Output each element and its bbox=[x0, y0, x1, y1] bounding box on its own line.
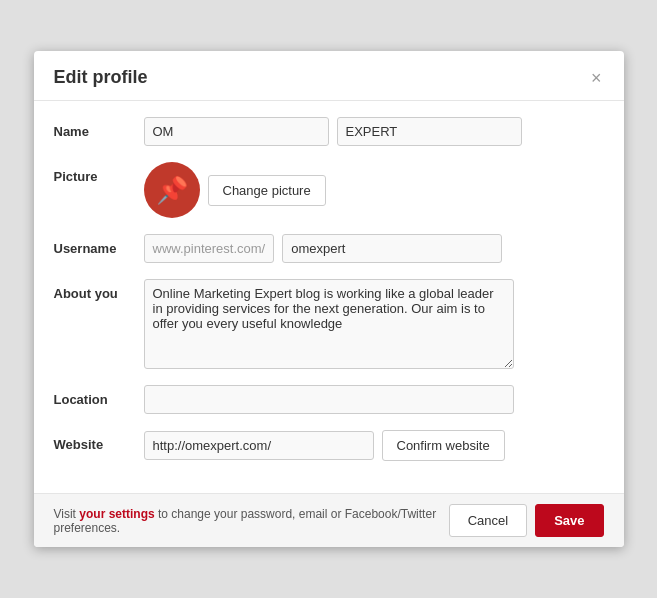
username-label: Username bbox=[54, 234, 144, 256]
save-button[interactable]: Save bbox=[535, 504, 603, 537]
about-row: About you Online Marketing Expert blog i… bbox=[54, 279, 604, 369]
location-label: Location bbox=[54, 385, 144, 407]
picture-row: Picture 📌 Change picture bbox=[54, 162, 604, 218]
footer-text: Visit your settings to change your passw… bbox=[54, 507, 437, 535]
confirm-website-button[interactable]: Confirm website bbox=[382, 430, 505, 461]
about-textarea[interactable]: Online Marketing Expert blog is working … bbox=[144, 279, 514, 369]
avatar: 📌 bbox=[144, 162, 200, 218]
picture-label: Picture bbox=[54, 162, 144, 184]
footer-actions: Cancel Save bbox=[449, 504, 604, 537]
modal-footer: Visit your settings to change your passw… bbox=[34, 493, 624, 547]
last-name-input[interactable] bbox=[337, 117, 522, 146]
location-input[interactable] bbox=[144, 385, 514, 414]
about-label: About you bbox=[54, 279, 144, 301]
username-controls: www.pinterest.com/ bbox=[144, 234, 604, 263]
name-controls bbox=[144, 117, 604, 146]
modal-body: Name Picture 📌 Change picture Username w… bbox=[34, 101, 624, 493]
website-label: Website bbox=[54, 430, 144, 452]
username-input[interactable] bbox=[282, 234, 502, 263]
name-row: Name bbox=[54, 117, 604, 146]
pin-icon: 📌 bbox=[156, 175, 188, 206]
change-picture-button[interactable]: Change picture bbox=[208, 175, 326, 206]
username-prefix: www.pinterest.com/ bbox=[144, 234, 275, 263]
about-controls: Online Marketing Expert blog is working … bbox=[144, 279, 604, 369]
first-name-input[interactable] bbox=[144, 117, 329, 146]
website-input[interactable] bbox=[144, 431, 374, 460]
website-controls: Confirm website bbox=[144, 430, 604, 461]
modal-header: Edit profile × bbox=[34, 51, 624, 101]
edit-profile-modal: Edit profile × Name Picture 📌 Change pic… bbox=[34, 51, 624, 547]
location-controls bbox=[144, 385, 604, 414]
website-row: Website Confirm website bbox=[54, 430, 604, 461]
modal-title: Edit profile bbox=[54, 67, 148, 88]
picture-controls: 📌 Change picture bbox=[144, 162, 604, 218]
cancel-button[interactable]: Cancel bbox=[449, 504, 527, 537]
footer-text-before: Visit bbox=[54, 507, 80, 521]
settings-link[interactable]: your settings bbox=[79, 507, 154, 521]
close-button[interactable]: × bbox=[589, 69, 604, 87]
username-row: Username www.pinterest.com/ bbox=[54, 234, 604, 263]
location-row: Location bbox=[54, 385, 604, 414]
name-label: Name bbox=[54, 117, 144, 139]
